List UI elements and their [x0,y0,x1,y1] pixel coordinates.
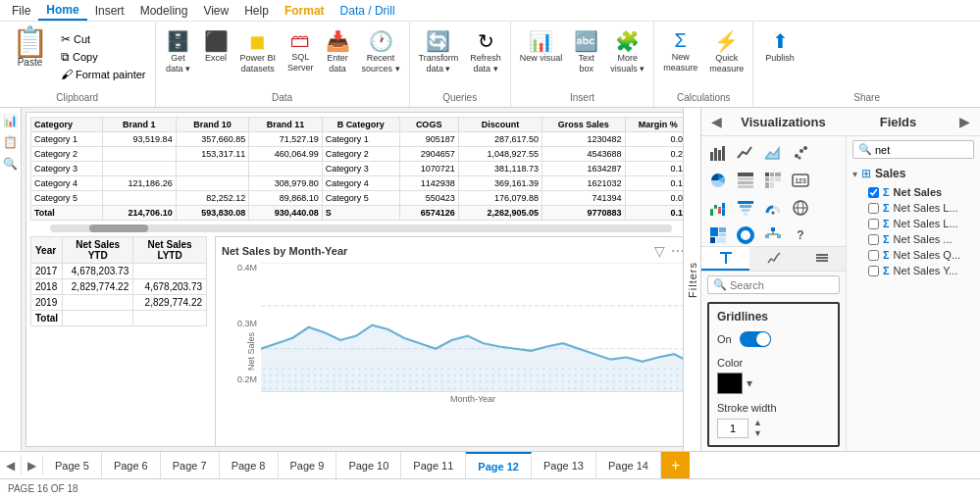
field-item-net-sales-l1[interactable]: Σ Net Sales L... [852,200,974,216]
viz-icon-waterfall[interactable] [705,195,731,221]
tab-analytics[interactable] [749,247,798,271]
menu-format[interactable]: Format [277,2,333,20]
panel-nav-right[interactable]: ▶ [955,112,974,131]
menu-insert[interactable]: Insert [87,2,132,20]
menu-home[interactable]: Home [38,1,86,21]
format-painter-button[interactable]: 🖌Format painter [58,67,149,82]
menu-modeling[interactable]: Modeling [132,2,196,20]
paste-button[interactable]: 📋 Paste [6,25,54,70]
sales-group-icon: ⊞ [861,167,871,180]
page-tab-10[interactable]: Page 10 [336,452,401,478]
svg-rect-63 [816,260,828,262]
field-item-net-sales-y[interactable]: Σ Net Sales Y... [852,263,974,278]
viz-icon-pie[interactable] [705,168,731,193]
page-tab-14[interactable]: Page 14 [596,452,661,478]
copy-button[interactable]: ⧉Copy [58,49,149,65]
svg-rect-41 [710,227,718,236]
page-tab-12[interactable]: Page 12 [466,452,532,478]
stroke-up-btn[interactable]: ▲ [751,418,764,428]
viz-icon-bar[interactable] [705,140,731,166]
viz-icon-funnel[interactable] [733,195,758,221]
color-label: Color [717,357,830,369]
field-checkbox-net-sales-l2[interactable] [868,219,879,229]
page-tab-8[interactable]: Page 8 [220,452,279,478]
get-data-button[interactable]: 🗄️ Getdata ▾ [160,25,197,78]
svg-rect-25 [770,182,774,188]
gridlines-toggle[interactable] [740,331,771,347]
sales-group-expand[interactable]: ▾ [852,169,857,179]
svg-rect-53 [777,234,781,238]
svg-rect-21 [765,177,769,181]
field-checkbox-net-sales-3[interactable] [868,234,879,245]
svg-rect-52 [765,234,769,238]
menu-data-drill[interactable]: Data / Drill [333,2,403,20]
page-tab-5[interactable]: Page 5 [43,452,102,478]
power-bi-button[interactable]: ◼ Power BIdatasets [235,25,282,78]
recent-sources-button[interactable]: 🕐 Recentsources ▾ [357,25,405,78]
page-tab-13[interactable]: Page 13 [532,452,596,478]
field-checkbox-net-sales-l1[interactable] [868,203,879,214]
enter-data-button[interactable]: 📥 Enterdata [321,25,355,78]
svg-point-13 [799,157,801,160]
field-item-net-sales-l2[interactable]: Σ Net Sales L... [852,216,974,231]
viz-icon-treemap[interactable] [705,223,731,246]
field-item-net-sales-3[interactable]: Σ Net Sales ... [852,231,974,247]
viz-icon-gauge[interactable] [760,195,786,221]
quick-measure-button[interactable]: ⚡ Quickmeasure [704,25,748,78]
viz-icon-card[interactable]: 123 [788,168,813,193]
viz-icon-matrix[interactable] [760,168,786,193]
new-measure-button[interactable]: Σ Newmeasure [658,25,702,77]
page-tab-6[interactable]: Page 6 [102,452,161,478]
menu-help[interactable]: Help [236,2,277,20]
viz-icon-area[interactable] [760,140,786,166]
stroke-width-input[interactable] [717,419,748,438]
svg-rect-18 [765,173,769,176]
field-item-net-sales-q[interactable]: Σ Net Sales Q... [852,247,974,263]
left-panel-icon-2[interactable]: 📋 [2,133,20,151]
svg-point-37 [772,212,775,215]
page-tab-9[interactable]: Page 9 [279,452,337,478]
viz-icon-map[interactable] [788,195,813,221]
more-visuals-button[interactable]: 🧩 Morevisuals ▾ [605,25,649,78]
tab-fields-viz[interactable] [798,247,846,271]
left-panel-icon-3[interactable]: 🔍 [2,155,20,173]
excel-button[interactable]: ⬛ Excel [199,25,233,67]
field-checkbox-net-sales[interactable] [868,187,879,198]
chart-filter-icon[interactable]: ▽ [654,243,665,259]
page-tab-7[interactable]: Page 7 [161,452,220,478]
viz-icon-table[interactable] [733,168,758,193]
svg-rect-33 [738,201,753,204]
cut-button[interactable]: ✂Cut [58,31,149,47]
field-checkbox-net-sales-y[interactable] [868,266,879,276]
menu-view[interactable]: View [195,2,236,20]
format-search-input[interactable] [730,279,847,291]
text-box-button[interactable]: 🔤 Textbox [569,25,603,78]
field-checkbox-net-sales-q[interactable] [868,250,879,261]
new-visual-button[interactable]: 📊 New visual [515,25,568,68]
svg-rect-17 [738,185,753,188]
tab-format[interactable] [701,247,749,271]
color-dropdown-btn[interactable]: ▾ [747,376,752,390]
menu-file[interactable]: File [4,2,38,20]
field-item-net-sales[interactable]: Σ Net Sales [852,184,974,200]
viz-icon-donut[interactable] [733,223,758,246]
refresh-button[interactable]: ↻ Refreshdata ▾ [465,25,506,78]
chart-title: Net Sales by Month-Year [222,245,347,257]
transform-data-button[interactable]: 🔄 Transformdata ▾ [414,25,464,78]
fields-search-input[interactable] [875,144,980,156]
publish-button[interactable]: ⬆ Publish [757,25,802,67]
viz-icon-qna[interactable]: ? [788,223,813,246]
stroke-down-btn[interactable]: ▼ [751,428,764,439]
panel-nav-left[interactable]: ◀ [707,112,726,131]
page-tab-add[interactable]: + [661,452,690,478]
page-nav-right[interactable]: ▶ [22,455,43,476]
left-panel-icon-1[interactable]: 📊 [2,112,20,129]
viz-icon-decomp[interactable] [760,223,786,246]
page-nav-left[interactable]: ◀ [0,455,22,476]
page-tab-11[interactable]: Page 11 [401,452,466,478]
viz-icon-line[interactable] [733,140,758,166]
color-swatch-box[interactable] [717,373,743,394]
filters-tab[interactable]: Filters [687,262,698,298]
viz-icon-scatter[interactable] [788,140,813,166]
sql-server-button[interactable]: 🗃 SQLServer [283,25,319,77]
